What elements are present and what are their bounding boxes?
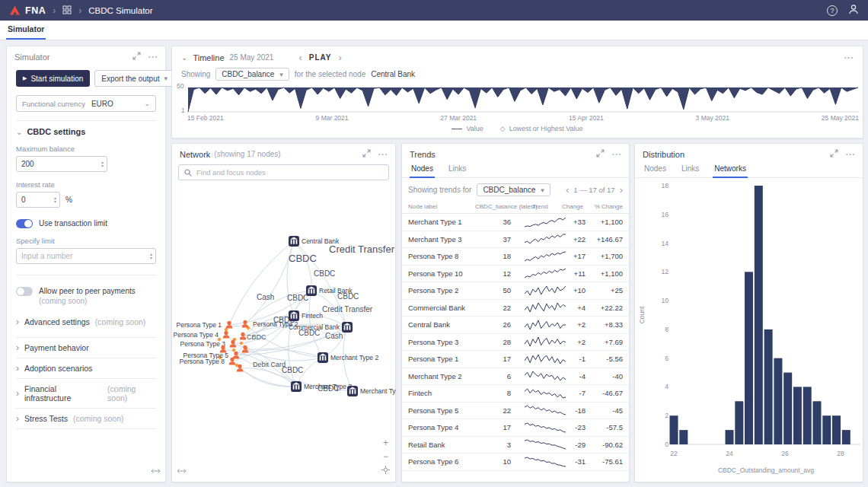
stepper-arrows-icon[interactable]: ▴▾ [98, 161, 107, 168]
zoom-in-button[interactable]: + [383, 438, 388, 447]
metric-select[interactable]: CBDC_balance ▾ [477, 183, 550, 196]
table-row[interactable]: Persona Type 250+10+25 [402, 282, 629, 300]
svg-text:Persona Type 1: Persona Type 1 [177, 321, 222, 329]
table-row[interactable]: Fintech8-7-46.67 [402, 385, 629, 403]
network-node-bank[interactable] [306, 285, 317, 296]
col-change[interactable]: Change [568, 203, 586, 210]
y-axis-label-min: 1 [181, 107, 185, 114]
p2p-toggle-row[interactable]: Allow peer to peer payments (coming soon… [16, 286, 156, 306]
play-button[interactable]: PLAY [309, 53, 332, 62]
table-row[interactable]: Central Bank26+2+8.33 [402, 317, 629, 334]
svg-text:Cash: Cash [325, 332, 343, 340]
max-balance-input[interactable]: ▴▾ [16, 156, 107, 172]
network-node-bank[interactable] [342, 322, 353, 333]
coming-soon-label: (coming soon) [95, 317, 146, 326]
node-count-label: (showing 17 nodes) [214, 150, 280, 158]
help-icon[interactable]: ? [827, 5, 838, 16]
table-row[interactable]: Persona Type 818+17+1,700 [402, 248, 629, 266]
tab-networks[interactable]: Networks [713, 161, 748, 178]
table-row[interactable]: Merchant Type 337+22+146.67 [402, 231, 629, 249]
expand-icon[interactable] [596, 149, 605, 159]
table-row[interactable]: Persona Type 1012+11+1,100 [402, 266, 629, 283]
stepper-arrows-icon[interactable]: ▴▾ [147, 253, 155, 260]
tab-links[interactable]: Links [680, 161, 700, 177]
network-graph[interactable]: Credit TransferCBDCCBDCCashCBDCCBDCCredi… [173, 180, 396, 482]
fit-view-button[interactable] [381, 466, 390, 476]
selected-node-name[interactable]: Central Bank [371, 70, 415, 78]
advanced-settings-row[interactable]: › Advanced settings (coming soon) [16, 317, 156, 326]
table-row[interactable]: Commercial Bank22+4+22.22 [402, 300, 629, 317]
export-output-button[interactable]: Export the output ▾ [94, 70, 174, 87]
panel-resize-icon[interactable] [177, 464, 187, 478]
table-row[interactable]: Merchant Type 26-4-40 [402, 368, 629, 386]
expand-icon[interactable] [362, 149, 371, 159]
col-trend[interactable]: Trend [522, 203, 568, 210]
zoom-out-button[interactable]: − [383, 452, 388, 461]
table-row[interactable]: Retail Bank3-29-90.62 [402, 437, 629, 454]
table-row[interactable]: Persona Type 610-31-75.61 [402, 454, 629, 471]
tab-links[interactable]: Links [447, 161, 468, 177]
chevron-down-icon[interactable]: ⌄ [181, 53, 187, 62]
section-stress-tests[interactable]: ›Stress Tests(coming soon) [16, 409, 156, 429]
network-node-bank[interactable] [291, 381, 302, 392]
toggle-off-switch[interactable] [16, 287, 33, 296]
stepper-arrows-icon[interactable]: ▴▾ [51, 196, 59, 204]
expand-icon[interactable] [132, 52, 141, 62]
col-pct-change[interactable]: % Change [586, 203, 623, 210]
more-options-icon[interactable]: ⋯ [378, 149, 388, 159]
page-next-icon[interactable]: › [620, 185, 623, 195]
timeline-chart[interactable] [187, 86, 859, 113]
start-simulation-button[interactable]: ▶ Start simulation [16, 70, 90, 87]
svg-text:Merchant Type 3: Merchant Type 3 [304, 383, 352, 390]
network-node-bank[interactable] [289, 236, 299, 247]
expand-icon[interactable] [830, 149, 838, 159]
page-prev-icon[interactable]: ‹ [566, 185, 569, 195]
specify-limit-input[interactable]: ▴▾ [16, 248, 156, 264]
interest-rate-input[interactable]: ▴▾ [16, 192, 60, 208]
pct-change-value: +25 [586, 286, 623, 294]
table-row[interactable]: Persona Type 328+2+7.69 [402, 334, 629, 352]
pct-change-value: -57.5 [586, 423, 623, 431]
tab-nodes[interactable]: Nodes [643, 161, 668, 177]
functional-currency-select[interactable]: Functional currency EURO ⌄ [16, 95, 156, 112]
more-options-icon[interactable]: ⋯ [611, 149, 621, 159]
table-row[interactable]: Persona Type 117-1-5.56 [402, 351, 629, 368]
node-search-box[interactable] [178, 164, 389, 180]
network-node-person[interactable] [240, 333, 247, 340]
table-row[interactable]: Persona Type 417-23-57.5 [402, 419, 629, 437]
latest-value: 36 [475, 218, 522, 226]
more-options-icon[interactable]: ⋯ [845, 149, 855, 159]
table-row[interactable]: Persona Type 522-18-45 [402, 403, 629, 420]
transaction-limit-toggle-row[interactable]: Use transaction limit [16, 218, 156, 228]
section-adoption-scenarios[interactable]: ›Adoption scenarios [16, 358, 156, 379]
network-node-bank[interactable] [318, 352, 328, 363]
network-node-bank[interactable] [289, 310, 299, 321]
network-node-person[interactable] [223, 331, 230, 339]
interest-rate-field[interactable] [17, 196, 51, 204]
col-node-label[interactable]: Node label [408, 203, 475, 210]
section-payment-behavior[interactable]: ›Payment behavior [16, 338, 156, 358]
cbdc-settings-header[interactable]: ⌄ CBDC settings [16, 127, 156, 136]
workspace-icon[interactable] [62, 4, 72, 18]
trend-sparkline [522, 439, 568, 450]
svg-text:26: 26 [781, 450, 789, 457]
search-input[interactable] [196, 168, 383, 177]
user-profile-icon[interactable] [848, 4, 859, 18]
step-back-icon[interactable]: ‹ [298, 53, 302, 62]
step-forward-icon[interactable]: › [339, 53, 342, 62]
svg-text:Count: Count [638, 306, 646, 323]
network-node-bank[interactable] [347, 386, 358, 396]
max-balance-field[interactable] [17, 160, 98, 168]
page-range-label: 1 — 17 of 17 [573, 186, 614, 194]
tab-simulator[interactable]: Simulator [6, 20, 46, 40]
table-row[interactable]: Merchant Type 136+33+1,100 [402, 214, 629, 231]
more-options-icon[interactable]: ⋯ [148, 52, 158, 62]
tab-nodes[interactable]: Nodes [410, 161, 435, 178]
specify-limit-field[interactable] [17, 252, 147, 260]
toggle-on-switch[interactable] [16, 219, 33, 228]
panel-resize-icon[interactable] [151, 464, 161, 478]
metric-select[interactable]: CBDC_balance ▾ [215, 68, 289, 81]
fna-logo[interactable]: FNA [9, 5, 46, 16]
section-financial-infrastructure[interactable]: ›Financial infrastructure(coming soon) [16, 379, 156, 409]
more-options-icon[interactable]: ⋯ [844, 53, 854, 62]
